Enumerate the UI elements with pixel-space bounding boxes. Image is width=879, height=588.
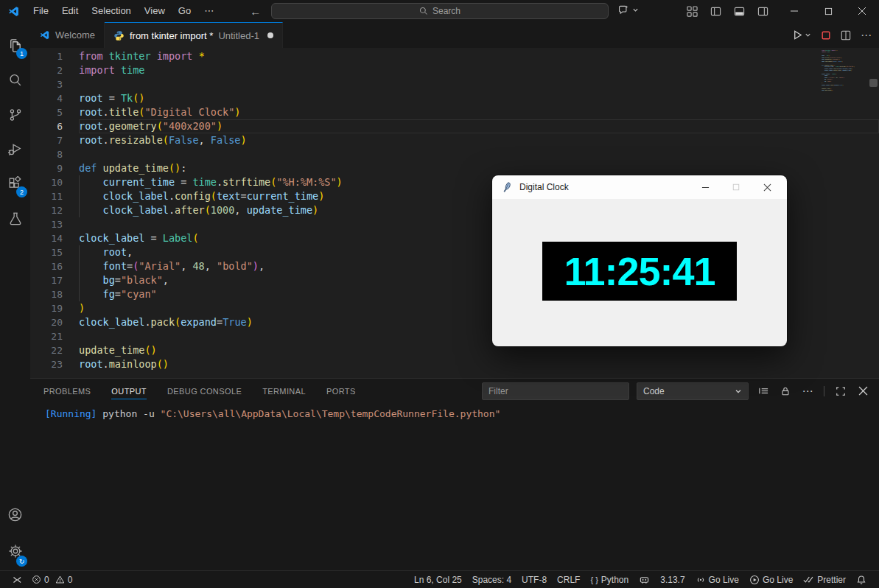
minimap[interactable]: from tkinter import *import time root = … bbox=[822, 49, 869, 138]
tab-ports[interactable]: PORTS bbox=[326, 379, 356, 403]
code-line[interactable]: 6root.geometry("400x200") bbox=[30, 119, 879, 133]
menu-file[interactable]: File bbox=[27, 0, 55, 22]
sidebar-item-explorer[interactable]: 1 bbox=[0, 28, 30, 63]
line-number[interactable]: 12 bbox=[30, 203, 63, 217]
line-number[interactable]: 23 bbox=[30, 357, 63, 371]
code-line[interactable]: 9def update_time(): bbox=[30, 161, 879, 175]
account-button[interactable] bbox=[0, 497, 30, 532]
menu-selection[interactable]: Selection bbox=[85, 0, 137, 22]
code-line[interactable]: 5root.title("Digital Clock") bbox=[30, 105, 879, 119]
go-live-server[interactable]: Go Live bbox=[690, 571, 744, 588]
go-live-play[interactable]: Go Live bbox=[744, 571, 798, 588]
line-number[interactable]: 16 bbox=[30, 259, 63, 273]
line-number[interactable]: 14 bbox=[30, 231, 63, 245]
close-panel-button[interactable] bbox=[855, 383, 870, 399]
cursor-position[interactable]: Ln 6, Col 25 bbox=[409, 571, 467, 588]
line-number[interactable]: 17 bbox=[30, 273, 63, 287]
copilot-button[interactable] bbox=[617, 4, 639, 16]
sidebar-item-testing[interactable] bbox=[0, 201, 30, 236]
nav-back-icon[interactable]: ← bbox=[250, 5, 261, 18]
editor-tab-bar: Welcome from tkinter import * Untitled-1… bbox=[30, 22, 879, 48]
customize-layout-icon[interactable] bbox=[687, 6, 698, 17]
stop-button[interactable] bbox=[821, 30, 831, 41]
menu-view[interactable]: View bbox=[138, 0, 172, 22]
line-number[interactable]: 2 bbox=[30, 63, 63, 77]
language-mode[interactable]: { } Python bbox=[585, 571, 634, 588]
code-line[interactable]: 8 bbox=[30, 147, 879, 161]
line-number[interactable]: 4 bbox=[30, 91, 63, 105]
problems-indicator[interactable]: 0 0 bbox=[27, 571, 77, 588]
tab-output[interactable]: OUTPUT bbox=[111, 379, 147, 403]
tk-title-bar[interactable]: Digital Clock bbox=[492, 175, 787, 199]
window-minimize-button[interactable] bbox=[777, 0, 811, 22]
output-channel-select[interactable]: Code bbox=[637, 382, 749, 400]
sidebar-item-run-debug[interactable] bbox=[0, 132, 30, 167]
settings-button[interactable]: ↻ bbox=[0, 532, 30, 570]
lock-scrolling-button[interactable] bbox=[778, 383, 793, 399]
editor-scrollbar[interactable] bbox=[869, 79, 878, 87]
line-number[interactable]: 3 bbox=[30, 77, 63, 91]
python-version[interactable]: 3.13.7 bbox=[655, 571, 690, 588]
menu-more[interactable]: ⋯ bbox=[197, 0, 220, 22]
line-number[interactable]: 19 bbox=[30, 301, 63, 315]
line-number[interactable]: 8 bbox=[30, 147, 63, 161]
tk-minimize-button[interactable] bbox=[690, 175, 721, 199]
editor-more-actions-button[interactable]: ⋯ bbox=[861, 29, 872, 42]
global-search-input[interactable]: Search bbox=[271, 3, 609, 19]
sidebar-item-search[interactable] bbox=[0, 63, 30, 97]
line-number[interactable]: 1 bbox=[30, 49, 63, 63]
line-number[interactable]: 10 bbox=[30, 175, 63, 189]
line-number[interactable]: 13 bbox=[30, 217, 63, 231]
modified-dot-icon[interactable] bbox=[267, 32, 273, 38]
panel-more-actions-button[interactable]: ⋯ bbox=[800, 383, 815, 399]
line-number[interactable]: 22 bbox=[30, 343, 63, 357]
remote-indicator[interactable] bbox=[6, 571, 27, 588]
toggle-panel-icon[interactable] bbox=[734, 6, 745, 17]
output-console[interactable]: [Running] python -u "C:\Users\all\AppDat… bbox=[30, 403, 879, 570]
code-line[interactable]: 2import time bbox=[30, 63, 879, 77]
clear-output-button[interactable] bbox=[756, 383, 771, 399]
output-filter-input[interactable] bbox=[482, 382, 629, 400]
indentation[interactable]: Spaces: 4 bbox=[467, 571, 516, 588]
sidebar-item-extensions[interactable]: 2 bbox=[0, 167, 30, 201]
split-editor-button[interactable] bbox=[841, 30, 851, 41]
code-line[interactable]: 3 bbox=[30, 77, 879, 91]
line-number[interactable]: 6 bbox=[30, 119, 63, 133]
code-line[interactable]: 4root = Tk() bbox=[30, 91, 879, 105]
line-number[interactable]: 18 bbox=[30, 287, 63, 301]
toggle-secondary-sidebar-icon[interactable] bbox=[757, 6, 768, 17]
line-number[interactable]: 21 bbox=[30, 329, 63, 343]
copilot-chat-icon bbox=[617, 4, 630, 16]
line-number[interactable]: 9 bbox=[30, 161, 63, 175]
tkinter-window[interactable]: Digital Clock 11:25:41 bbox=[492, 175, 787, 346]
menu-edit[interactable]: Edit bbox=[55, 0, 85, 22]
code-line[interactable]: 23root.mainloop() bbox=[30, 357, 879, 371]
eol-sequence[interactable]: CRLF bbox=[552, 571, 585, 588]
notifications-button[interactable] bbox=[851, 571, 872, 588]
run-code-button[interactable] bbox=[792, 29, 811, 41]
code-line[interactable]: 1from tkinter import * bbox=[30, 49, 879, 63]
line-number[interactable]: 15 bbox=[30, 245, 63, 259]
sidebar-item-source-control[interactable] bbox=[0, 97, 30, 132]
copilot-status[interactable] bbox=[634, 571, 655, 588]
prettier-status[interactable]: Prettier bbox=[798, 571, 851, 588]
line-number[interactable]: 20 bbox=[30, 315, 63, 329]
line-number[interactable]: 7 bbox=[30, 133, 63, 147]
window-close-button[interactable] bbox=[845, 0, 879, 22]
toggle-sidebar-icon[interactable] bbox=[710, 6, 721, 17]
menu-go[interactable]: Go bbox=[172, 0, 197, 22]
tk-window-title: Digital Clock bbox=[519, 182, 569, 192]
tk-close-button[interactable] bbox=[752, 175, 782, 199]
vscode-window: File Edit Selection View Go ⋯ ← → Search bbox=[0, 0, 879, 588]
window-maximize-button[interactable] bbox=[811, 0, 845, 22]
tab-problems[interactable]: PROBLEMS bbox=[43, 379, 91, 403]
line-number[interactable]: 5 bbox=[30, 105, 63, 119]
line-number[interactable]: 11 bbox=[30, 189, 63, 203]
encoding[interactable]: UTF-8 bbox=[516, 571, 552, 588]
tab-debug-console[interactable]: DEBUG CONSOLE bbox=[167, 379, 242, 403]
code-line[interactable]: 7root.resizable(False, False) bbox=[30, 133, 879, 147]
tab-welcome[interactable]: Welcome bbox=[30, 22, 105, 48]
maximize-panel-button[interactable] bbox=[833, 383, 848, 399]
tab-terminal[interactable]: TERMINAL bbox=[262, 379, 306, 403]
tab-untitled-1[interactable]: from tkinter import * Untitled-1 bbox=[105, 22, 283, 48]
